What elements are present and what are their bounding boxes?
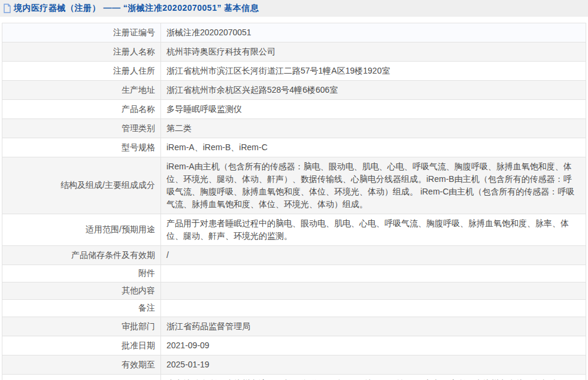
table-row: 注册人住所 浙江省杭州市滨江区长河街道江二路57号1幢A区19楼1920室 xyxy=(2,62,586,81)
row-value: iRem-A、iRem-B、iRem-C xyxy=(161,138,586,157)
table-row: 结构及组成/主要组成成分 iRem-A由主机（包含所有的传感器：脑电、眼动电、肌… xyxy=(2,157,586,214)
row-value: 2021-09-09 xyxy=(161,336,586,355)
row-value: 杭州菲诗奥医疗科技有限公司 xyxy=(161,42,586,62)
table-row: 产品名称 多导睡眠呼吸监测仪 xyxy=(2,100,586,119)
row-value: 生产地址由浙江省杭州市滨江区长河街道江二路57号1幢A区19楼1920室变更为浙… xyxy=(161,375,586,380)
page-header: 境内医疗器械（注册） —— “浙械注准20202070051” 基本信息 xyxy=(0,0,588,17)
row-value: iRem-A由主机（包含所有的传感器：脑电、眼动电、肌电、心电、呼吸气流、胸腹呼… xyxy=(161,157,586,214)
table-row: 型号规格 iRem-A、iRem-B、iRem-C xyxy=(2,138,586,157)
row-value xyxy=(161,300,586,317)
row-value: 浙械注准20202070051 xyxy=(161,23,586,42)
row-value: 多导睡眠呼吸监测仪 xyxy=(161,100,586,119)
row-label: 型号规格 xyxy=(2,138,161,157)
table-row: 其他内容 xyxy=(2,282,586,300)
row-value xyxy=(161,282,586,300)
row-label: 管理类别 xyxy=(2,119,161,138)
table-row: 产品储存条件及有效期 / xyxy=(2,246,586,265)
row-value: 浙江省杭州市余杭区兴起路528号4幢6楼606室 xyxy=(161,81,586,100)
document-icon xyxy=(3,4,11,13)
row-value: / xyxy=(161,246,586,265)
row-label: 注册人住所 xyxy=(2,62,161,81)
row-label: 其他内容 xyxy=(2,282,161,300)
row-label: 注册人名称 xyxy=(2,42,161,62)
row-label: 附件 xyxy=(2,265,161,282)
table-row: 变更情况 生产地址由浙江省杭州市滨江区长河街道江二路57号1幢A区19楼1920… xyxy=(2,375,586,380)
page-title: 境内医疗器械（注册） —— “浙械注准20202070051” 基本信息 xyxy=(14,3,259,14)
row-value xyxy=(161,265,586,282)
row-value: 产品用于对患者睡眠过程中的脑电、眼动电、肌电、心电、呼吸气流、胸腹呼吸、脉搏血氧… xyxy=(161,214,586,246)
table-row: 批准日期 2021-09-09 xyxy=(2,336,586,355)
table-row: 附件 xyxy=(2,265,586,282)
table-row: 管理类别 第二类 xyxy=(2,119,586,138)
row-label: 审批部门 xyxy=(2,317,161,336)
row-value: 第二类 xyxy=(161,119,586,138)
row-value: 2025-01-19 xyxy=(161,355,586,375)
table-row: 注册人名称 杭州菲诗奥医疗科技有限公司 xyxy=(2,42,586,62)
table-row: 生产地址 浙江省杭州市余杭区兴起路528号4幢6楼606室 xyxy=(2,81,586,100)
table-row: 适用范围/预期用途 产品用于对患者睡眠过程中的脑电、眼动电、肌电、心电、呼吸气流… xyxy=(2,214,586,246)
table-row: 注册证编号 浙械注准20202070051 xyxy=(2,23,586,42)
row-label: 变更情况 xyxy=(2,375,161,380)
registration-info-table: 注册证编号 浙械注准20202070051 注册人名称 杭州菲诗奥医疗科技有限公… xyxy=(0,17,588,380)
table-row: 审批部门 浙江省药品监督管理局 xyxy=(2,317,586,336)
row-label: 结构及组成/主要组成成分 xyxy=(2,157,161,214)
row-label: 适用范围/预期用途 xyxy=(2,214,161,246)
row-label: 备注 xyxy=(2,300,161,317)
row-label: 有效期至 xyxy=(2,355,161,375)
row-label: 产品储存条件及有效期 xyxy=(2,246,161,265)
row-value: 浙江省药品监督管理局 xyxy=(161,317,586,336)
row-label: 批准日期 xyxy=(2,336,161,355)
table-row: 有效期至 2025-01-19 xyxy=(2,355,586,375)
row-label: 生产地址 xyxy=(2,81,161,100)
row-label: 注册证编号 xyxy=(2,23,161,42)
row-label: 产品名称 xyxy=(2,100,161,119)
table-row: 备注 xyxy=(2,300,586,317)
row-value: 浙江省杭州市滨江区长河街道江二路57号1幢A区19楼1920室 xyxy=(161,62,586,81)
